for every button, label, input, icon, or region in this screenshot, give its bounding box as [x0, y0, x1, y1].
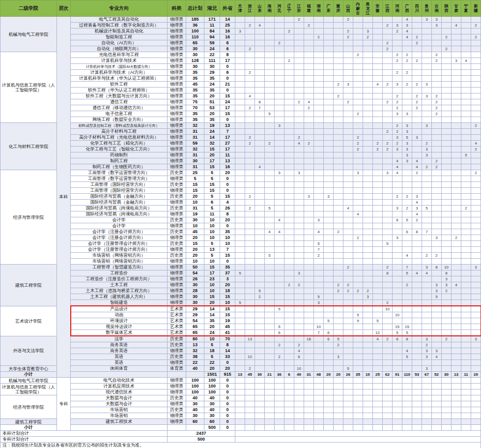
- province-value-cell: [334, 378, 343, 384]
- province-value-cell: 6: [324, 330, 334, 336]
- province-value-cell: [393, 188, 402, 194]
- province-value-cell: [324, 366, 334, 372]
- province-value-cell: [402, 99, 412, 105]
- table-row: 市场营销（网络营销方向）物理类10100: [0, 259, 481, 265]
- province-value-cell: [363, 99, 373, 105]
- province-value-cell: [245, 300, 255, 306]
- total-plan-cell: 59: [186, 141, 204, 147]
- province-value-cell: [353, 389, 363, 395]
- province-value-cell: [452, 152, 461, 158]
- table-row: 智能制造工程物理类11094162224222: [0, 34, 481, 40]
- province-value-cell: [412, 123, 422, 129]
- province-value-cell: [294, 164, 304, 170]
- province-value-cell: [304, 229, 314, 235]
- province-value-cell: [452, 360, 461, 366]
- province-value-cell: [353, 76, 363, 82]
- province-value-cell: [442, 395, 452, 401]
- province-value-cell: 3: [422, 93, 432, 99]
- province-value-cell: [383, 206, 393, 211]
- province-value-cell: [324, 76, 334, 82]
- province-value-cell: 5: [402, 217, 412, 223]
- province-value-cell: [363, 253, 373, 259]
- province-value-cell: [422, 158, 432, 164]
- province-value-cell: 3: [383, 170, 393, 176]
- province-value-cell: [245, 188, 255, 194]
- category-cell: 体育类: [168, 366, 186, 372]
- province-value-cell: [373, 17, 383, 23]
- province-value-cell: 10: [442, 265, 452, 270]
- province-value-cell: [294, 288, 304, 294]
- province-value-cell: [235, 389, 245, 395]
- province-value-cell: [363, 194, 373, 200]
- province-value-cell: [461, 348, 471, 354]
- province-value-cell: [471, 223, 481, 229]
- province-value-cell: [245, 282, 255, 288]
- province-value-cell: [343, 318, 353, 324]
- province-value-cell: [353, 194, 363, 200]
- table-body: 机械与电气工程学院本科电气工程及其自动化物理类1851711422433过程装备…: [0, 17, 481, 448]
- province-value-cell: [324, 378, 334, 384]
- province-value-cell: [442, 52, 452, 58]
- province-value-cell: [235, 360, 245, 366]
- province-value-cell: [343, 294, 353, 300]
- province-value-cell: 5: [373, 318, 383, 324]
- province-value-cell: 3: [304, 194, 314, 200]
- province-value-cell: 2: [402, 194, 412, 200]
- province-value-cell: [442, 354, 452, 360]
- province-value-cell: [334, 401, 343, 407]
- province-value-cell: [363, 58, 373, 64]
- province-value-cell: [461, 318, 471, 324]
- province-value-cell: [353, 253, 363, 259]
- province-value-cell: 36: [275, 372, 284, 378]
- province-value-cell: [235, 342, 245, 348]
- province-value-cell: [245, 401, 255, 407]
- province-value-cell: 2: [373, 147, 383, 152]
- province-value-cell: [452, 247, 461, 253]
- province-value-cell: [265, 407, 275, 413]
- province-value-cell: [461, 211, 471, 217]
- province-value-cell: [255, 229, 265, 235]
- province-value-cell: [471, 419, 481, 425]
- province-value-cell: [471, 52, 481, 58]
- province-value-cell: [402, 306, 412, 312]
- province-value-cell: [363, 384, 373, 389]
- header-college: 二级学院: [0, 0, 57, 17]
- province-value-cell: [383, 194, 393, 200]
- province-value-cell: [314, 366, 324, 372]
- province-value-cell: [275, 407, 284, 413]
- total-plan-cell: 30: [186, 46, 204, 52]
- table-row: 土木工程（建筑机器人方向）物理类3015152535: [0, 294, 481, 300]
- province-value-cell: [422, 58, 432, 64]
- province-value-cell: [373, 223, 383, 229]
- province-value-cell: [245, 158, 255, 164]
- other-province-cell: 15: [220, 194, 235, 200]
- province-value-cell: [432, 70, 442, 76]
- province-value-cell: 2: [353, 135, 363, 141]
- province-value-cell: [402, 182, 412, 188]
- province-value-cell: [422, 111, 432, 117]
- province-value-cell: [393, 253, 402, 259]
- province-value-cell: [265, 76, 275, 82]
- province-value-cell: [393, 276, 402, 282]
- province-value-cell: 2: [245, 23, 255, 29]
- province-value-cell: [314, 182, 324, 188]
- province-value-cell: [334, 164, 343, 170]
- major-cell: 国际经济与贸易（跨境电商方向）: [71, 211, 168, 217]
- province-value-cell: [402, 389, 412, 395]
- table-row: 现代通信技术物理类1001000: [0, 389, 481, 395]
- province-value-cell: [343, 64, 353, 70]
- category-cell: 历史类: [168, 241, 186, 247]
- province-value-cell: [255, 206, 265, 211]
- province-header: 黑龙江: [363, 0, 373, 17]
- province-value-cell: [324, 217, 334, 223]
- province-value-cell: [343, 211, 353, 217]
- province-value-cell: [255, 200, 265, 206]
- province-value-cell: [383, 88, 393, 93]
- major-cell: 计算机科学与技术（国际AI大数据方向）: [71, 64, 168, 70]
- province-value-cell: [422, 395, 432, 401]
- college-cell: 机械与电气工程学院: [0, 378, 57, 384]
- hubei-cell: 18: [204, 348, 220, 354]
- province-value-cell: [284, 129, 294, 135]
- province-value-cell: [412, 360, 422, 366]
- table-row: 通信工程物理类75512482422222: [0, 99, 481, 105]
